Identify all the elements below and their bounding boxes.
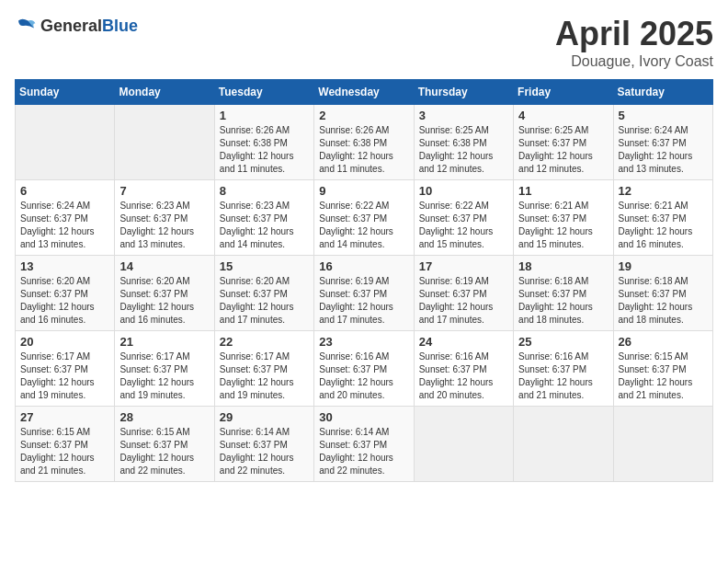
cell-content: Sunrise: 6:26 AMSunset: 6:38 PMDaylight:…	[220, 124, 309, 176]
calendar-cell: 22Sunrise: 6:17 AMSunset: 6:37 PMDayligh…	[214, 331, 313, 407]
day-number: 6	[20, 184, 109, 198]
logo-blue: Blue	[102, 17, 138, 35]
calendar-cell	[613, 407, 712, 482]
calendar-cell: 23Sunrise: 6:16 AMSunset: 6:37 PMDayligh…	[314, 331, 414, 407]
day-number: 26	[619, 335, 708, 349]
calendar-cell: 11Sunrise: 6:21 AMSunset: 6:37 PMDayligh…	[514, 180, 613, 256]
day-number: 3	[419, 109, 508, 122]
calendar-cell: 24Sunrise: 6:16 AMSunset: 6:37 PMDayligh…	[414, 331, 513, 407]
month-title: April 2025	[555, 15, 713, 53]
calendar-cell: 16Sunrise: 6:19 AMSunset: 6:37 PMDayligh…	[314, 256, 414, 331]
cell-content: Sunrise: 6:15 AMSunset: 6:37 PMDaylight:…	[119, 426, 209, 477]
day-number: 14	[119, 259, 209, 273]
cell-content: Sunrise: 6:18 AMSunset: 6:37 PMDaylight:…	[518, 275, 608, 327]
day-number: 2	[319, 109, 408, 122]
calendar-cell: 1Sunrise: 6:26 AMSunset: 6:38 PMDaylight…	[214, 105, 313, 180]
calendar-cell	[16, 105, 115, 180]
calendar-cell: 30Sunrise: 6:14 AMSunset: 6:37 PMDayligh…	[314, 407, 414, 482]
cell-content: Sunrise: 6:22 AMSunset: 6:37 PMDaylight:…	[419, 200, 508, 251]
day-number: 17	[419, 259, 508, 273]
cell-content: Sunrise: 6:25 AMSunset: 6:38 PMDaylight:…	[419, 124, 508, 176]
logo: GeneralBlue	[15, 15, 138, 37]
calendar-cell: 19Sunrise: 6:18 AMSunset: 6:37 PMDayligh…	[613, 256, 712, 331]
cell-content: Sunrise: 6:23 AMSunset: 6:37 PMDaylight:…	[220, 200, 309, 251]
calendar-cell: 15Sunrise: 6:20 AMSunset: 6:37 PMDayligh…	[214, 256, 313, 331]
calendar-cell: 21Sunrise: 6:17 AMSunset: 6:37 PMDayligh…	[115, 331, 214, 407]
day-number: 5	[619, 109, 708, 122]
calendar-cell: 6Sunrise: 6:24 AMSunset: 6:37 PMDaylight…	[16, 180, 115, 256]
weekday-header: Thursday	[414, 80, 513, 105]
day-number: 13	[20, 259, 109, 273]
calendar-table: SundayMondayTuesdayWednesdayThursdayFrid…	[15, 79, 713, 482]
cell-content: Sunrise: 6:16 AMSunset: 6:37 PMDaylight:…	[319, 350, 408, 402]
logo-text: GeneralBlue	[40, 17, 138, 36]
day-number: 4	[518, 109, 608, 122]
calendar-cell: 25Sunrise: 6:16 AMSunset: 6:37 PMDayligh…	[514, 331, 613, 407]
cell-content: Sunrise: 6:20 AMSunset: 6:37 PMDaylight:…	[119, 275, 209, 327]
location-title: Douague, Ivory Coast	[555, 53, 713, 70]
day-number: 21	[119, 335, 209, 349]
day-number: 9	[319, 184, 408, 198]
cell-content: Sunrise: 6:16 AMSunset: 6:37 PMDaylight:…	[419, 350, 508, 402]
cell-content: Sunrise: 6:25 AMSunset: 6:37 PMDaylight:…	[518, 124, 608, 176]
cell-content: Sunrise: 6:15 AMSunset: 6:37 PMDaylight:…	[20, 426, 109, 477]
cell-content: Sunrise: 6:20 AMSunset: 6:37 PMDaylight:…	[220, 275, 309, 327]
calendar-week-row: 13Sunrise: 6:20 AMSunset: 6:37 PMDayligh…	[16, 256, 713, 331]
day-number: 1	[220, 109, 309, 122]
calendar-cell: 26Sunrise: 6:15 AMSunset: 6:37 PMDayligh…	[613, 331, 712, 407]
weekday-header-row: SundayMondayTuesdayWednesdayThursdayFrid…	[16, 80, 713, 105]
calendar-cell: 13Sunrise: 6:20 AMSunset: 6:37 PMDayligh…	[16, 256, 115, 331]
calendar-cell	[115, 105, 214, 180]
calendar-cell: 27Sunrise: 6:15 AMSunset: 6:37 PMDayligh…	[16, 407, 115, 482]
weekday-header: Monday	[115, 80, 214, 105]
cell-content: Sunrise: 6:21 AMSunset: 6:37 PMDaylight:…	[518, 200, 608, 251]
day-number: 8	[220, 184, 309, 198]
weekday-header: Friday	[514, 80, 613, 105]
calendar-week-row: 20Sunrise: 6:17 AMSunset: 6:37 PMDayligh…	[16, 331, 713, 407]
cell-content: Sunrise: 6:16 AMSunset: 6:37 PMDaylight:…	[518, 350, 608, 402]
day-number: 19	[619, 259, 708, 273]
day-number: 15	[220, 259, 309, 273]
logo-general: General	[40, 17, 102, 35]
calendar-cell: 9Sunrise: 6:22 AMSunset: 6:37 PMDaylight…	[314, 180, 414, 256]
calendar-cell: 12Sunrise: 6:21 AMSunset: 6:37 PMDayligh…	[613, 180, 712, 256]
calendar-cell: 7Sunrise: 6:23 AMSunset: 6:37 PMDaylight…	[115, 180, 214, 256]
calendar-cell: 28Sunrise: 6:15 AMSunset: 6:37 PMDayligh…	[115, 407, 214, 482]
cell-content: Sunrise: 6:14 AMSunset: 6:37 PMDaylight:…	[220, 426, 309, 477]
calendar-cell	[414, 407, 513, 482]
cell-content: Sunrise: 6:17 AMSunset: 6:37 PMDaylight:…	[220, 350, 309, 402]
cell-content: Sunrise: 6:24 AMSunset: 6:37 PMDaylight:…	[20, 200, 109, 251]
day-number: 11	[518, 184, 608, 198]
cell-content: Sunrise: 6:22 AMSunset: 6:37 PMDaylight:…	[319, 200, 408, 251]
cell-content: Sunrise: 6:21 AMSunset: 6:37 PMDaylight:…	[619, 200, 708, 251]
day-number: 20	[20, 335, 109, 349]
day-number: 16	[319, 259, 408, 273]
weekday-header: Wednesday	[314, 80, 414, 105]
cell-content: Sunrise: 6:19 AMSunset: 6:37 PMDaylight:…	[419, 275, 508, 327]
title-area: April 2025 Douague, Ivory Coast	[555, 15, 713, 70]
calendar-cell: 17Sunrise: 6:19 AMSunset: 6:37 PMDayligh…	[414, 256, 513, 331]
cell-content: Sunrise: 6:17 AMSunset: 6:37 PMDaylight:…	[20, 350, 109, 402]
calendar-cell: 3Sunrise: 6:25 AMSunset: 6:38 PMDaylight…	[414, 105, 513, 180]
cell-content: Sunrise: 6:18 AMSunset: 6:37 PMDaylight:…	[619, 275, 708, 327]
day-number: 24	[419, 335, 508, 349]
cell-content: Sunrise: 6:14 AMSunset: 6:37 PMDaylight:…	[319, 426, 408, 477]
day-number: 30	[319, 410, 408, 424]
day-number: 12	[619, 184, 708, 198]
calendar-cell: 4Sunrise: 6:25 AMSunset: 6:37 PMDaylight…	[514, 105, 613, 180]
page-header: GeneralBlue April 2025 Douague, Ivory Co…	[15, 15, 713, 70]
day-number: 7	[119, 184, 209, 198]
day-number: 28	[119, 410, 209, 424]
weekday-header: Tuesday	[214, 80, 313, 105]
day-number: 27	[20, 410, 109, 424]
calendar-cell: 14Sunrise: 6:20 AMSunset: 6:37 PMDayligh…	[115, 256, 214, 331]
weekday-header: Saturday	[613, 80, 712, 105]
calendar-cell: 2Sunrise: 6:26 AMSunset: 6:38 PMDaylight…	[314, 105, 414, 180]
weekday-header: Sunday	[16, 80, 115, 105]
cell-content: Sunrise: 6:24 AMSunset: 6:37 PMDaylight:…	[619, 124, 708, 176]
cell-content: Sunrise: 6:26 AMSunset: 6:38 PMDaylight:…	[319, 124, 408, 176]
cell-content: Sunrise: 6:15 AMSunset: 6:37 PMDaylight:…	[619, 350, 708, 402]
calendar-cell: 20Sunrise: 6:17 AMSunset: 6:37 PMDayligh…	[16, 331, 115, 407]
calendar-cell: 29Sunrise: 6:14 AMSunset: 6:37 PMDayligh…	[214, 407, 313, 482]
day-number: 10	[419, 184, 508, 198]
